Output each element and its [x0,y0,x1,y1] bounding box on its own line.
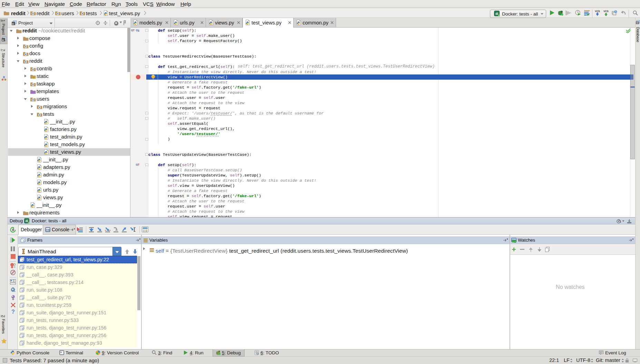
svg-text:s: s [22,274,23,277]
svg-text:VCS: VCS [595,10,600,12]
svg-text:s: s [22,312,23,315]
svg-text:s: s [22,327,23,330]
svg-text:s: s [22,335,23,338]
svg-text:s: s [22,305,23,307]
svg-text:di: di [26,219,28,223]
svg-text:s: s [23,239,24,242]
svg-text:s: s [22,267,23,270]
svg-text:s: s [22,290,23,292]
svg-text:s: s [22,282,23,285]
svg-text:s: s [22,297,23,300]
svg-text:s: s [22,259,23,262]
svg-text:s: s [22,343,23,345]
svg-text:s: s [22,320,23,323]
svg-text:di: di [495,12,498,16]
svg-text:VCS: VCS [603,10,609,12]
